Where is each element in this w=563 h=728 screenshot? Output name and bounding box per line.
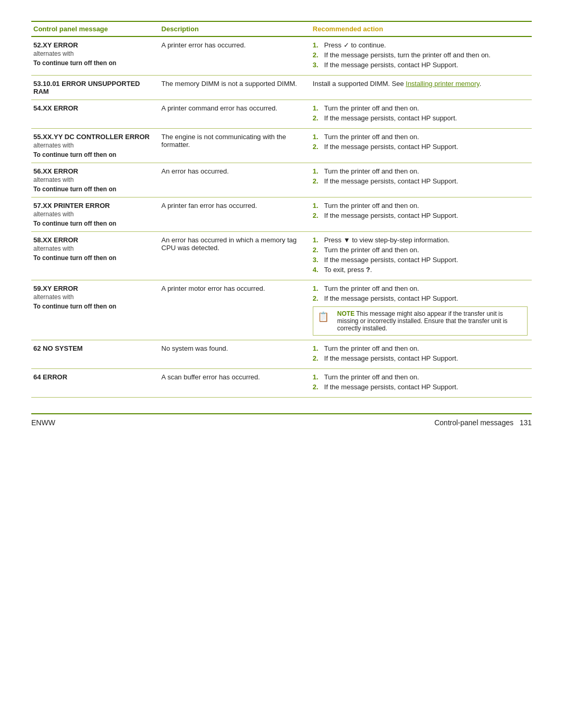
col-header-description: Description — [160, 21, 311, 36]
action-item: 1.Turn the printer off and then on. — [313, 104, 528, 112]
action-text: To exit, press ?. — [324, 266, 372, 274]
action-number: 1. — [313, 41, 322, 49]
action-item: 3.If the message persists, contact HP Su… — [313, 256, 528, 264]
message-primary: 59.XY ERROR — [33, 285, 155, 292]
action-number: 1. — [313, 344, 322, 352]
col-header-message: Control panel message — [31, 21, 160, 36]
table-row: 57.XX PRINTER ERRORalternates withTo con… — [31, 198, 532, 232]
action-text: If the message persists, contact HP Supp… — [324, 143, 458, 151]
action-item: 1.Turn the printer off and then on. — [313, 344, 528, 352]
table-row: 64 ERRORA scan buffer error has occurred… — [31, 369, 532, 398]
page-footer: ENWW Control-panel messages 131 — [31, 413, 532, 427]
message-secondary: alternates with — [33, 50, 155, 57]
message-secondary: alternates with — [33, 142, 155, 149]
action-cell: 1.Turn the printer off and then on.2.If … — [311, 100, 532, 129]
action-item: 1.Turn the printer off and then on. — [313, 202, 528, 209]
message-primary: 55.XX.YY DC CONTROLLER ERROR — [33, 133, 155, 141]
message-secondary: alternates with — [33, 245, 155, 252]
message-primary: 53.10.01 ERROR UNSUPPORTED RAM — [33, 80, 155, 95]
action-item: 2.If the message persists, contact HP Su… — [313, 143, 528, 151]
message-tertiary: To continue turn off then on — [33, 220, 155, 227]
action-text: Press ✓ to continue. — [324, 41, 386, 49]
message-cell: 58.XX ERRORalternates withTo continue tu… — [31, 232, 160, 280]
action-item: 1.Turn the printer off and then on. — [313, 285, 528, 292]
message-cell: 55.XX.YY DC CONTROLLER ERRORalternates w… — [31, 129, 160, 163]
message-tertiary: To continue turn off then on — [33, 186, 155, 193]
table-row: 53.10.01 ERROR UNSUPPORTED RAMThe memory… — [31, 76, 532, 100]
action-list: 1.Turn the printer off and then on.2.If … — [313, 133, 528, 151]
footer-left: ENWW — [31, 418, 55, 427]
action-item: 2.If the message persists, contact HP Su… — [313, 177, 528, 185]
action-item: 1.Turn the printer off and then on. — [313, 133, 528, 141]
action-item: 2.If the message persists, contact HP Su… — [313, 294, 528, 302]
action-text: Press ▼ to view step-by-step information… — [324, 236, 449, 244]
note-icon: 📋 — [317, 311, 333, 323]
message-primary: 62 NO SYSTEM — [33, 344, 155, 352]
action-text: Turn the printer off and then on. — [324, 285, 419, 292]
message-cell: 64 ERROR — [31, 369, 160, 398]
action-text: Turn the printer off and then on. — [324, 133, 419, 141]
action-link[interactable]: Installing printer memory — [406, 80, 479, 88]
message-cell: 59.XY ERRORalternates withTo continue tu… — [31, 280, 160, 340]
action-list: 1.Turn the printer off and then on.2.If … — [313, 344, 528, 362]
action-number: 2. — [313, 294, 322, 302]
message-secondary: alternates with — [33, 176, 155, 183]
action-text: If the message persists, contact HP Supp… — [324, 61, 458, 69]
description-cell: A printer motor error has occurred. — [160, 280, 311, 340]
action-item: 1.Press ✓ to continue. — [313, 41, 528, 49]
action-list: 1.Turn the printer off and then on.2.If … — [313, 104, 528, 122]
action-cell: 1.Turn the printer off and then on.2.If … — [311, 340, 532, 369]
action-text: If the message persists, contact HP Supp… — [324, 212, 458, 219]
table-row: 56.XX ERRORalternates withTo continue tu… — [31, 163, 532, 198]
action-item: 2.If the message persists, contact HP Su… — [313, 383, 528, 391]
action-text: Turn the printer off and then on. — [324, 373, 419, 381]
description-cell: A printer error has occurred. — [160, 36, 311, 76]
action-item: 2.If the message persists, turn the prin… — [313, 51, 528, 59]
action-text: If the message persists, contact HP Supp… — [324, 177, 458, 185]
action-number: 3. — [313, 256, 322, 264]
action-number: 2. — [313, 51, 322, 59]
action-text: Turn the printer off and then on. — [324, 167, 419, 175]
page-content: Control panel message Description Recomm… — [31, 21, 532, 427]
action-cell: 1.Turn the printer off and then on.2.If … — [311, 129, 532, 163]
message-tertiary: To continue turn off then on — [33, 254, 155, 262]
action-number: 1. — [313, 236, 322, 244]
action-item: 3.If the message persists, contact HP Su… — [313, 61, 528, 69]
action-number: 2. — [313, 143, 322, 151]
action-list: 1.Turn the printer off and then on.2.If … — [313, 202, 528, 219]
action-text: If the message persists, contact HP Supp… — [324, 383, 458, 391]
message-tertiary: To continue turn off then on — [33, 151, 155, 158]
action-number: 2. — [313, 383, 322, 391]
action-cell: 1.Turn the printer off and then on.2.If … — [311, 198, 532, 232]
footer-right: Control-panel messages 131 — [434, 418, 532, 427]
action-number: 1. — [313, 133, 322, 141]
message-primary: 52.XY ERROR — [33, 41, 155, 49]
message-secondary: alternates with — [33, 293, 155, 301]
message-tertiary: To continue turn off then on — [33, 303, 155, 310]
table-row: 59.XY ERRORalternates withTo continue tu… — [31, 280, 532, 340]
action-number: 1. — [313, 202, 322, 209]
action-number: 4. — [313, 266, 322, 274]
table-row: 62 NO SYSTEMNo system was found.1.Turn t… — [31, 340, 532, 369]
action-number: 2. — [313, 246, 322, 254]
description-cell: The memory DIMM is not a supported DIMM. — [160, 76, 311, 100]
action-list: 1.Turn the printer off and then on.2.If … — [313, 373, 528, 391]
action-item: 2.If the message persists, contact HP Su… — [313, 354, 528, 362]
note-box: 📋NOTE This message might also appear if … — [313, 306, 528, 336]
message-primary: 57.XX PRINTER ERROR — [33, 202, 155, 209]
table-row: 58.XX ERRORalternates withTo continue tu… — [31, 232, 532, 280]
action-number: 3. — [313, 61, 322, 69]
description-cell: An error has occurred. — [160, 163, 311, 198]
action-text: If the message persists, contact HP Supp… — [324, 354, 458, 362]
action-number: 1. — [313, 285, 322, 292]
action-item: 4.To exit, press ?. — [313, 266, 528, 274]
description-cell: An error has occurred in which a memory … — [160, 232, 311, 280]
table-header: Control panel message Description Recomm… — [31, 21, 532, 36]
action-text: Turn the printer off and then on. — [324, 104, 419, 112]
message-primary: 64 ERROR — [33, 373, 155, 381]
action-item: 2.Turn the printer off and then on. — [313, 246, 528, 254]
action-list: 1.Press ✓ to continue.2.If the message p… — [313, 41, 528, 69]
message-cell: 54.XX ERROR — [31, 100, 160, 129]
action-cell: 1.Turn the printer off and then on.2.If … — [311, 280, 532, 340]
col-header-action: Recommended action — [311, 21, 532, 36]
